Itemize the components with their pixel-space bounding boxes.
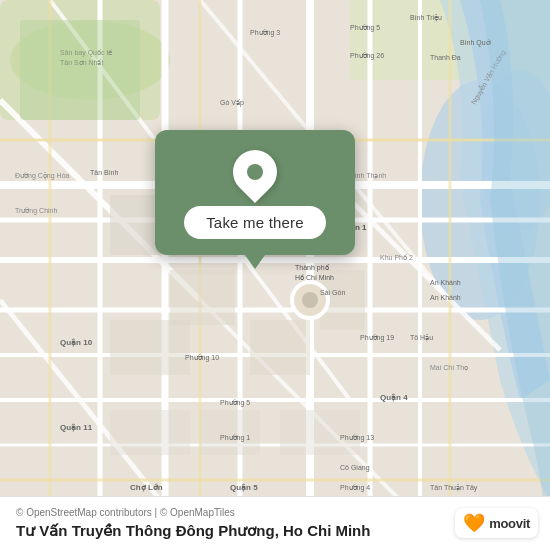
- svg-rect-38: [280, 410, 360, 455]
- moovit-icon: 🧡: [463, 512, 485, 534]
- svg-text:Phường 26: Phường 26: [350, 52, 384, 60]
- svg-text:Tân Bình: Tân Bình: [90, 169, 119, 176]
- popup-card: Take me there: [155, 130, 355, 255]
- svg-text:n 1: n 1: [355, 223, 367, 232]
- svg-text:Phường 10: Phường 10: [185, 354, 219, 362]
- svg-rect-80: [20, 20, 140, 120]
- svg-text:Phường 4: Phường 4: [340, 484, 370, 492]
- svg-rect-30: [110, 195, 160, 255]
- bottom-bar: © OpenStreetMap contributors | © OpenMap…: [0, 496, 550, 550]
- svg-text:Trường Chinh: Trường Chinh: [15, 207, 57, 215]
- svg-rect-35: [250, 320, 310, 375]
- svg-text:Hồ Chí Minh: Hồ Chí Minh: [295, 274, 334, 281]
- svg-text:Đường Cộng Hòa: Đường Cộng Hòa: [15, 172, 70, 180]
- svg-text:Bình Quới: Bình Quới: [460, 39, 492, 47]
- location-pin: [224, 141, 286, 203]
- svg-text:Quận 5: Quận 5: [230, 483, 258, 492]
- svg-text:Phường 3: Phường 3: [250, 29, 280, 37]
- svg-text:Quận 4: Quận 4: [380, 393, 408, 402]
- svg-text:Phường 13: Phường 13: [340, 434, 374, 442]
- take-me-there-button[interactable]: Take me there: [184, 206, 326, 239]
- svg-rect-37: [200, 410, 260, 455]
- svg-text:Mai Chí Thọ: Mai Chí Thọ: [430, 364, 468, 372]
- svg-text:Phường 1: Phường 1: [220, 434, 250, 442]
- svg-text:Chợ Lớn: Chợ Lớn: [130, 483, 163, 492]
- svg-text:Tô Hậu: Tô Hậu: [410, 334, 433, 342]
- svg-text:Thanh Đa: Thanh Đa: [430, 54, 461, 61]
- moovit-badge: 🧡 moovit: [455, 508, 538, 538]
- svg-text:Phường 5: Phường 5: [350, 24, 380, 32]
- svg-text:An Khánh: An Khánh: [430, 279, 461, 286]
- svg-rect-34: [110, 320, 190, 375]
- svg-text:Phường 5: Phường 5: [220, 399, 250, 407]
- svg-text:Phường 19: Phường 19: [360, 334, 394, 342]
- map-container: Đường Cộng Hòa Trường Chinh Bình Thạnh K…: [0, 0, 550, 550]
- moovit-logo: moovit: [489, 516, 530, 531]
- svg-text:Cô Giang: Cô Giang: [340, 464, 370, 472]
- svg-text:Tân Thuận Tây: Tân Thuận Tây: [430, 484, 478, 492]
- svg-text:Bình Triệu: Bình Triệu: [410, 14, 442, 22]
- svg-point-40: [302, 292, 318, 308]
- svg-text:Quận 11: Quận 11: [60, 423, 93, 432]
- map-background: Đường Cộng Hòa Trường Chinh Bình Thạnh K…: [0, 0, 550, 550]
- svg-text:Thành phố: Thành phố: [295, 264, 330, 272]
- svg-rect-31: [170, 270, 235, 325]
- svg-text:An Khánh: An Khánh: [430, 294, 461, 301]
- svg-text:Quận 10: Quận 10: [60, 338, 93, 347]
- pin-dot: [247, 164, 263, 180]
- svg-text:Khu Phố 2: Khu Phố 2: [380, 254, 413, 261]
- svg-text:Gò Vấp: Gò Vấp: [220, 99, 244, 107]
- svg-rect-36: [110, 410, 190, 455]
- svg-text:Sài Gòn: Sài Gòn: [320, 289, 345, 296]
- svg-text:Bình Thạnh: Bình Thạnh: [350, 172, 386, 180]
